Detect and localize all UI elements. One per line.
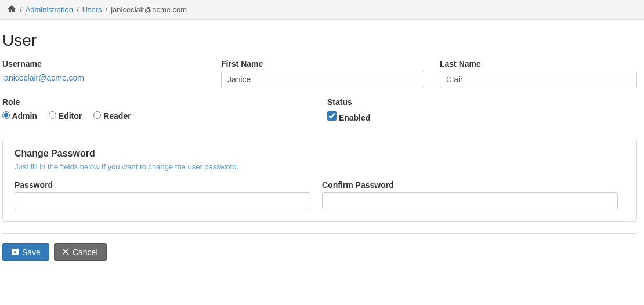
breadcrumb-administration[interactable]: Administration (26, 5, 73, 14)
cancel-icon (63, 248, 70, 257)
role-editor-label: Editor (59, 111, 82, 121)
firstname-label: First Name (221, 59, 428, 68)
breadcrumb-separator-2: / (77, 5, 79, 14)
role-admin-option[interactable]: Admin (2, 111, 37, 121)
role-options: Admin Editor Reader (2, 111, 327, 125)
breadcrumb-current: janiceclair@acme.com (111, 5, 187, 14)
breadcrumb-users[interactable]: Users (82, 5, 102, 14)
page-title: User (2, 31, 637, 50)
role-editor-option[interactable]: Editor (49, 111, 82, 121)
password-label: Password (15, 180, 310, 190)
role-reader-radio[interactable] (93, 111, 101, 119)
role-admin-radio[interactable] (2, 111, 10, 119)
firstname-group: First Name (221, 59, 428, 88)
change-password-hint: Just fill in the fields below if you wan… (15, 162, 625, 171)
role-label: Role (2, 97, 327, 107)
username-group: Username janiceclair@acme.com (2, 59, 221, 82)
main-content: User Username janiceclair@acme.com First… (0, 20, 644, 278)
password-group: Password (15, 180, 310, 209)
status-label: Status (327, 97, 637, 107)
firstname-input[interactable] (221, 71, 424, 88)
role-reader-label: Reader (103, 111, 131, 121)
change-password-section: Change Password Just fill in the fields … (2, 139, 637, 222)
role-admin-label: Admin (12, 111, 37, 121)
breadcrumb: / Administration / Users / janiceclair@a… (0, 0, 644, 20)
confirm-password-group: Confirm Password (322, 180, 618, 209)
confirm-password-label: Confirm Password (322, 180, 618, 190)
cancel-label: Cancel (73, 248, 98, 257)
save-icon (11, 247, 19, 257)
action-buttons: Save Cancel (2, 243, 637, 267)
username-value: janiceclair@acme.com (2, 71, 221, 82)
lastname-input[interactable] (440, 71, 637, 88)
role-status-row: Role Admin Editor Reader Status (2, 97, 637, 127)
enabled-checkbox[interactable] (327, 111, 337, 121)
username-label: Username (2, 59, 221, 68)
role-group: Role Admin Editor Reader (2, 97, 327, 125)
cancel-button[interactable]: Cancel (54, 243, 107, 261)
breadcrumb-separator-1: / (20, 5, 22, 14)
password-input[interactable] (15, 192, 310, 209)
name-row: Username janiceclair@acme.com First Name… (2, 59, 637, 88)
home-icon[interactable] (7, 5, 16, 14)
password-row: Password Confirm Password (15, 180, 625, 209)
confirm-password-input[interactable] (322, 192, 618, 209)
enabled-checkbox-label[interactable]: Enabled (327, 111, 637, 122)
bottom-divider (2, 233, 637, 234)
lastname-label: Last Name (440, 59, 637, 68)
status-group: Status Enabled (327, 97, 637, 127)
save-label: Save (22, 248, 41, 257)
role-editor-radio[interactable] (49, 111, 56, 119)
change-password-title: Change Password (15, 148, 625, 159)
role-reader-option[interactable]: Reader (93, 111, 131, 121)
save-button[interactable]: Save (2, 243, 49, 261)
lastname-group: Last Name (440, 59, 637, 88)
enabled-label: Enabled (339, 113, 370, 122)
breadcrumb-separator-3: / (106, 5, 108, 14)
